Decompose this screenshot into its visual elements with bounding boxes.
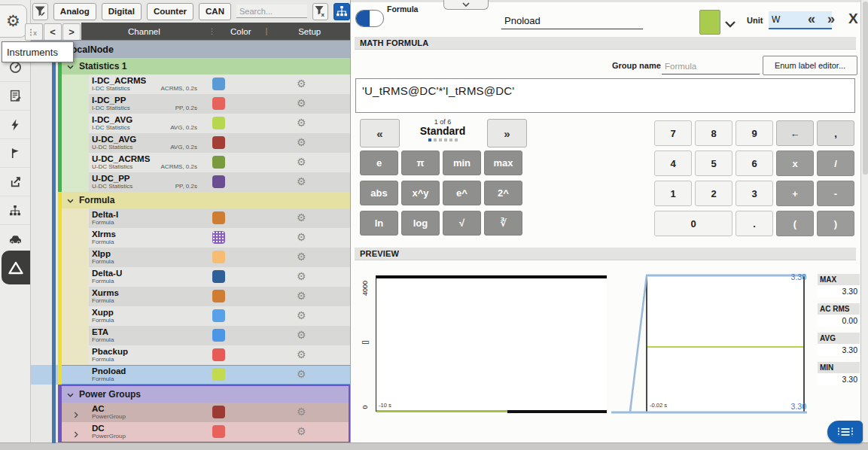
channel-settings-gear-icon[interactable]: ⚙	[297, 210, 306, 225]
column-channel[interactable]: Channel	[81, 27, 207, 36]
channel-row-delta-i[interactable]: Delta-IFormula⚙	[62, 208, 350, 228]
channel-row-delta-u[interactable]: Delta-UFormula⚙	[62, 267, 350, 287]
num-key-0[interactable]: 0	[654, 211, 732, 236]
num-key--[interactable]: )	[817, 211, 854, 236]
channel-color-swatch[interactable]	[212, 425, 225, 438]
channel-color-swatch[interactable]	[212, 117, 225, 129]
channel-color-swatch[interactable]	[212, 270, 225, 283]
num-key-8[interactable]: 8	[695, 120, 732, 146]
channel-row-xurms[interactable]: XurmsFormula⚙	[62, 287, 350, 306]
close-button[interactable]: X	[848, 11, 858, 27]
fn-key--[interactable]: ∛	[484, 211, 522, 236]
channel-row-i-dc-acrms[interactable]: I-DC_ACRMSI-DC StatisticsACRMS, 0.2s⚙	[62, 74, 350, 94]
filter-edit-icon[interactable]	[32, 3, 48, 20]
channel-row-u-dc-avg[interactable]: U-DC_AVGU-DC StatisticsAVG, 0.2s⚙	[62, 133, 350, 153]
channel-row-pbackup[interactable]: PbackupFormula⚙	[62, 345, 350, 365]
channel-color-swatch[interactable]	[212, 290, 225, 303]
channel-settings-gear-icon[interactable]: ⚙	[297, 174, 306, 189]
channel-color-swatch[interactable]	[212, 406, 225, 418]
num-key--[interactable]: (	[776, 211, 814, 236]
channel-settings-gear-icon[interactable]: ⚙	[297, 269, 306, 284]
channel-row-u-dc-acrms[interactable]: U-DC_ACRMSU-DC StatisticsACRMS, 0.2s⚙	[62, 153, 350, 172]
fn-key-abs[interactable]: abs	[360, 181, 398, 205]
filter-tab-can[interactable]: CAN	[199, 3, 231, 20]
fn-key-e-[interactable]: e^	[443, 181, 481, 205]
group-header-statistics-1[interactable]: Statistics 1	[62, 58, 350, 74]
channel-settings-gear-icon[interactable]: ⚙	[297, 327, 306, 342]
expand-chevron-icon[interactable]	[74, 427, 78, 441]
channel-color-swatch[interactable]	[212, 329, 225, 342]
channel-name-input[interactable]	[501, 12, 643, 29]
filter-tab-digital[interactable]: Digital	[102, 3, 142, 20]
column-setup[interactable]: Setup	[269, 27, 350, 36]
fn-key--[interactable]: √	[443, 211, 481, 236]
num-key--[interactable]: +	[776, 181, 814, 206]
network-topology-icon[interactable]	[0, 196, 30, 224]
clear-selection-icon[interactable]: x	[25, 23, 43, 41]
nav-back-button[interactable]: <	[44, 23, 62, 41]
num-key-5[interactable]: 5	[695, 151, 732, 176]
num-key--[interactable]: ←	[776, 120, 814, 146]
channel-color-swatch[interactable]	[212, 231, 225, 244]
channel-settings-gear-icon[interactable]: ⚙	[297, 135, 306, 150]
channel-settings-gear-icon[interactable]: ⚙	[297, 424, 306, 439]
fn-key-e[interactable]: e	[360, 151, 398, 175]
unit-input[interactable]	[769, 11, 832, 29]
nav-forward-button[interactable]: >	[62, 23, 81, 41]
channel-color-swatch[interactable]	[212, 156, 225, 169]
pad-page-next-button[interactable]: »	[487, 119, 527, 147]
channel-color-swatch[interactable]	[212, 78, 225, 90]
tree-root-localnode[interactable]: LocalNode	[31, 40, 350, 58]
channel-row-xirms[interactable]: XIrmsFormula⚙	[62, 228, 350, 248]
channel-settings-gear-icon[interactable]: ⚙	[297, 249, 306, 264]
num-key-9[interactable]: 9	[736, 120, 773, 146]
channel-settings-gear-icon[interactable]: ⚙	[297, 230, 306, 245]
num-key--[interactable]: ,	[817, 120, 854, 146]
channel-settings-gear-icon[interactable]: ⚙	[297, 404, 306, 419]
channel-color-swatch[interactable]	[212, 251, 225, 263]
channel-color-swatch[interactable]	[212, 309, 225, 322]
channel-settings-gear-icon[interactable]: ⚙	[297, 347, 306, 362]
formula-list-button[interactable]	[827, 421, 863, 443]
group-name-input[interactable]	[662, 59, 760, 74]
export-icon[interactable]	[0, 167, 30, 196]
num-key-x[interactable]: x	[776, 151, 814, 176]
num-key-4[interactable]: 4	[654, 151, 692, 176]
channel-color-swatch[interactable]	[212, 211, 225, 224]
channel-settings-gear-icon[interactable]: ⚙	[297, 308, 306, 323]
pad-page-prev-button[interactable]: «	[360, 119, 400, 147]
channel-row-i-dc-pp[interactable]: I-DC_PPI-DC StatisticsPP, 0.2s⚙	[62, 94, 350, 114]
channel-row-u-dc-pp[interactable]: U-DC_PPU-DC StatisticsPP, 0.2s⚙	[62, 172, 350, 192]
power-lightning-icon[interactable]	[0, 110, 30, 138]
channel-row-xupp[interactable]: XuppFormula⚙	[62, 306, 350, 326]
formula-text-input[interactable]: 'U_tRMS@DC'*'I_tRMS@DC'	[355, 78, 855, 113]
channel-color-swatch[interactable]	[699, 10, 720, 35]
fn-key-max[interactable]: max	[484, 151, 522, 175]
channel-settings-gear-icon[interactable]: ⚙	[297, 366, 306, 382]
channel-row-eta[interactable]: ETAFormula⚙	[62, 326, 350, 345]
group-header-power-groups[interactable]: Power Groups	[62, 386, 349, 403]
channel-row-i-dc-avg[interactable]: I-DC_AVGI-DC StatisticsAVG, 0.2s⚙	[62, 114, 350, 133]
fn-key-2-[interactable]: 2^	[484, 181, 522, 205]
channel-row-pnoload[interactable]: PnoloadFormula⚙	[62, 365, 350, 385]
channel-row-xipp[interactable]: XIppFormula⚙	[62, 248, 350, 267]
num-key-6[interactable]: 6	[736, 151, 773, 176]
vehicle-car-icon[interactable]	[0, 224, 30, 253]
channel-settings-gear-icon[interactable]: ⚙	[297, 288, 306, 303]
num-key--[interactable]: -	[817, 181, 854, 206]
channel-color-swatch[interactable]	[212, 348, 225, 361]
channel-row-ac[interactable]: ACPowerGroup⚙	[62, 403, 349, 422]
delta-triangle-icon[interactable]	[2, 251, 30, 284]
fn-key--[interactable]: π	[401, 151, 440, 175]
filter-tab-counter[interactable]: Counter	[147, 3, 193, 20]
scrollbar-thumb[interactable]	[863, 2, 868, 175]
color-dropdown-chevron-icon[interactable]	[724, 17, 736, 31]
channel-settings-gear-icon[interactable]: ⚙	[297, 96, 306, 111]
column-color[interactable]: Color	[218, 27, 264, 36]
enum-label-editor-button[interactable]: Enum label editor...	[763, 56, 857, 75]
channel-tree-icon[interactable]	[333, 3, 350, 20]
num-key-7[interactable]: 7	[654, 120, 692, 146]
channel-row-dc[interactable]: DCPowerGroup⚙	[62, 422, 349, 442]
fn-key-min[interactable]: min	[443, 151, 481, 175]
fn-key-ln[interactable]: ln	[360, 211, 398, 236]
